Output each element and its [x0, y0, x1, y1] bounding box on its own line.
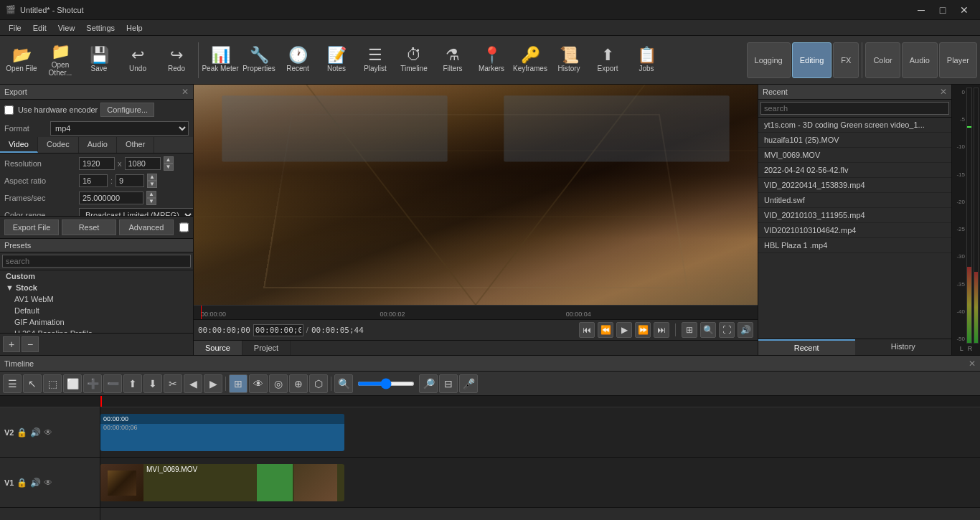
recent-item-7[interactable]: VID20210103104642.mp4: [758, 223, 951, 238]
prev-frame-button[interactable]: ⏪: [598, 322, 613, 338]
zoom-button[interactable]: 🔍: [700, 322, 716, 338]
recent-button[interactable]: 🕐 Recent: [279, 38, 316, 82]
reset-button[interactable]: Reset: [62, 219, 116, 235]
history-button[interactable]: 📜 History: [550, 38, 588, 82]
playlist-button[interactable]: ☰ Playlist: [357, 38, 394, 82]
menu-file[interactable]: File: [3, 22, 27, 34]
tl-append-button[interactable]: ➕: [83, 374, 102, 393]
project-tab[interactable]: Project: [242, 341, 291, 355]
recent-item-1[interactable]: huzaifa101 (25).MOV: [758, 133, 951, 148]
tl-audio-button[interactable]: 🎤: [459, 374, 478, 393]
format-select[interactable]: mp4avimkvmov: [50, 121, 189, 136]
fullscreen-button[interactable]: ⛶: [719, 322, 735, 338]
recent-footer-history[interactable]: History: [855, 339, 952, 355]
fps-input[interactable]: [79, 192, 143, 204]
tl-insert-button[interactable]: ⬜: [63, 374, 82, 393]
advanced-button[interactable]: Advanced: [119, 219, 174, 235]
export-panel-close[interactable]: ✕: [182, 87, 189, 97]
tab-codec[interactable]: Codec: [38, 137, 79, 153]
tl-marker-button[interactable]: ⬡: [309, 374, 328, 393]
player-sub-button[interactable]: Player: [939, 42, 977, 78]
play-button[interactable]: ▶: [616, 322, 632, 338]
resolution-width-input[interactable]: [79, 157, 115, 170]
preset-default[interactable]: Default: [0, 305, 193, 316]
zoom-slider[interactable]: [357, 382, 415, 386]
track-v2-clip[interactable]: 00:00:00 00:00:00;06: [100, 414, 344, 451]
tl-prev-marker[interactable]: ◀: [184, 374, 202, 393]
properties-button[interactable]: 🔧 Properties: [240, 38, 278, 82]
close-button[interactable]: ✕: [954, 2, 974, 18]
tl-menu-button[interactable]: ☰: [3, 374, 22, 393]
recent-item-2[interactable]: MVI_0069.MOV: [758, 148, 951, 163]
color-sub-button[interactable]: Color: [865, 42, 900, 78]
track-v2-lock[interactable]: 🔒: [17, 427, 27, 438]
tl-snap-button[interactable]: ⊞: [229, 374, 248, 393]
preset-custom[interactable]: Custom: [0, 270, 193, 282]
recent-item-5[interactable]: Untitled.swf: [758, 193, 951, 208]
resolution-up[interactable]: ▲: [164, 156, 174, 164]
presets-search-input[interactable]: [2, 255, 191, 268]
source-tab[interactable]: Source: [194, 341, 242, 355]
undo-button[interactable]: ↩ Undo: [119, 38, 156, 82]
preset-h264-baseline[interactable]: H.264 Baseline Profile: [0, 328, 193, 333]
tl-next-marker[interactable]: ▶: [204, 374, 222, 393]
track-v1-mute[interactable]: 🔊: [30, 478, 41, 488]
go-to-end-button[interactable]: ⏭: [654, 322, 669, 338]
tl-ripple-button[interactable]: 👁: [249, 374, 268, 393]
tl-overwrite-button[interactable]: ⬇: [143, 374, 162, 393]
preset-av1-webm[interactable]: AV1 WebM: [0, 293, 193, 305]
tl-select-button[interactable]: ↖: [23, 374, 42, 393]
tl-multiselect-button[interactable]: ⬚: [43, 374, 62, 393]
resolution-height-input[interactable]: [125, 157, 161, 170]
volume-button[interactable]: 🔊: [738, 322, 753, 338]
tl-fit-button[interactable]: ⊟: [439, 374, 458, 393]
maximize-button[interactable]: □: [933, 2, 953, 18]
aspect-up[interactable]: ▲: [147, 174, 157, 181]
menu-edit[interactable]: Edit: [27, 22, 52, 34]
recent-item-0[interactable]: yt1s.com - 3D coding Green screen video_…: [758, 118, 951, 133]
audio-sub-button[interactable]: Audio: [902, 42, 938, 78]
tl-zoom-button[interactable]: ⊕: [289, 374, 308, 393]
markers-button[interactable]: 📍 Markers: [473, 38, 510, 82]
tl-lift-button[interactable]: ⬆: [123, 374, 142, 393]
fps-up[interactable]: ▲: [146, 191, 156, 198]
recent-panel-close[interactable]: ✕: [940, 87, 947, 97]
editing-mode-button[interactable]: Editing: [792, 42, 832, 78]
track-v1-clip[interactable]: MVI_0069.MOV: [100, 464, 344, 501]
menu-settings[interactable]: Settings: [80, 22, 121, 34]
filters-button[interactable]: ⚗ Filters: [434, 38, 471, 82]
track-v2-mute[interactable]: 🔊: [30, 427, 41, 438]
logging-mode-button[interactable]: Logging: [747, 42, 791, 78]
recent-item-8[interactable]: HBL Plaza 1 .mp4: [758, 238, 951, 253]
menu-help[interactable]: Help: [121, 22, 149, 34]
jobs-button[interactable]: 📋 Jobs: [628, 38, 665, 82]
menu-view[interactable]: View: [52, 22, 81, 34]
configure-button[interactable]: Configure...: [100, 103, 154, 117]
tl-remove-button[interactable]: ➖: [103, 374, 122, 393]
recent-footer-recent[interactable]: Recent: [758, 339, 855, 355]
recent-item-4[interactable]: VID_20220414_153839.mp4: [758, 178, 951, 193]
tl-zoom-in[interactable]: 🔎: [419, 374, 438, 393]
go-to-start-button[interactable]: ⏮: [579, 322, 595, 338]
timeline-button[interactable]: ⏱ Timeline: [395, 38, 433, 82]
fx-mode-button[interactable]: FX: [833, 42, 859, 78]
peak-meter-button[interactable]: 📊 Peak Meter: [202, 38, 239, 82]
tab-audio[interactable]: Audio: [79, 137, 117, 153]
notes-button[interactable]: 📝 Notes: [318, 38, 355, 82]
tab-video[interactable]: Video: [0, 137, 38, 153]
preset-gif[interactable]: GIF Animation: [0, 316, 193, 328]
resolution-down[interactable]: ▼: [164, 164, 174, 171]
color-range-select[interactable]: Broadcast Limited (MPEG) Full Range: [79, 208, 193, 216]
redo-button[interactable]: ↪ Redo: [158, 38, 195, 82]
tl-zoom-out[interactable]: 🔍: [334, 374, 353, 393]
recent-search-input[interactable]: [760, 102, 949, 115]
recent-item-3[interactable]: 2022-04-24 02-56-42.flv: [758, 163, 951, 178]
aspect-down[interactable]: ▼: [147, 181, 157, 188]
add-preset-button[interactable]: +: [3, 336, 20, 352]
export-button[interactable]: ⬆ Export: [589, 38, 626, 82]
fps-down[interactable]: ▼: [146, 198, 156, 205]
timeline-close[interactable]: ✕: [969, 359, 976, 369]
grid-button[interactable]: ⊞: [682, 322, 697, 338]
tl-ripple2-button[interactable]: ◎: [269, 374, 288, 393]
save-button[interactable]: 💾 Save: [80, 38, 118, 82]
